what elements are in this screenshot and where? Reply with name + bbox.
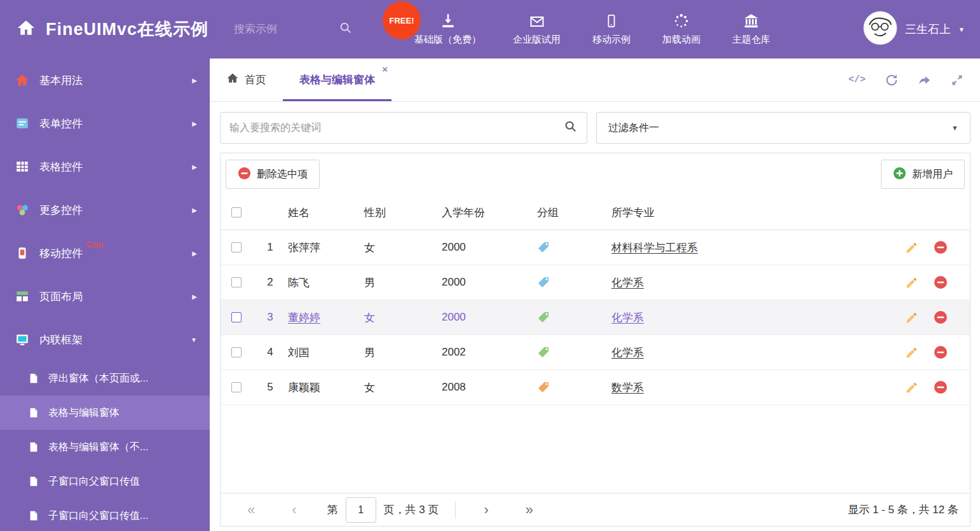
col-gender: 性别	[364, 205, 442, 220]
major-link[interactable]: 数学系	[611, 382, 644, 394]
delete-selected-button[interactable]: 删除选中项	[226, 160, 320, 189]
pagination-bar: « ‹ 第 页，共 3 页 › » 显示 1 - 5 条，共 12 条	[221, 493, 970, 526]
tab-label: 首页	[245, 72, 266, 87]
page-number-input[interactable]	[346, 497, 376, 523]
row-checkbox[interactable]	[231, 347, 242, 357]
refresh-icon[interactable]	[885, 73, 899, 87]
chevron-right-icon: ▶	[192, 120, 197, 127]
filter-dropdown-value: 过滤条件一	[608, 121, 659, 135]
last-page-button[interactable]: »	[526, 503, 533, 517]
first-page-button[interactable]: «	[247, 503, 255, 517]
header-search-input[interactable]	[234, 23, 339, 36]
row-checkbox[interactable]	[231, 312, 242, 322]
expand-icon[interactable]	[951, 74, 963, 86]
user-menu[interactable]: 三生石上 ▼	[863, 11, 980, 48]
sidebar-item-form-controls[interactable]: 表单控件 ▶	[0, 102, 210, 145]
delete-row-icon[interactable]	[934, 275, 948, 289]
code-icon[interactable]: </>	[848, 74, 866, 85]
file-icon	[28, 407, 39, 418]
spinner-icon	[673, 13, 690, 29]
forward-icon[interactable]	[918, 73, 932, 87]
sidebar-item-mobile-controls[interactable]: 移动控件 Corp. ▶	[0, 231, 210, 275]
table-row[interactable]: 4 刘国 男 2002 化学系	[221, 335, 970, 370]
nav-item-basic-free[interactable]: FREE! 基础版（免费）	[414, 13, 481, 46]
bank-icon	[742, 13, 760, 29]
delete-row-icon[interactable]	[934, 310, 948, 324]
chevron-down-icon: ▼	[958, 26, 965, 33]
edit-pencil-icon[interactable]	[905, 346, 918, 359]
delete-selected-label: 删除选中项	[257, 168, 308, 181]
search-icon[interactable]	[564, 120, 578, 136]
nav-item-label: 移动示例	[592, 34, 630, 46]
table-header-row: 姓名 性别 入学年份 分组 所学专业	[221, 195, 970, 230]
table-row[interactable]: 5 康颖颖 女 2008 数学系	[221, 370, 970, 405]
record-summary: 显示 1 - 5 条，共 12 条	[848, 502, 958, 517]
edit-pencil-icon[interactable]	[905, 241, 918, 254]
sidebar-subitem-label: 弹出窗体（本页面或...	[48, 372, 148, 385]
next-page-button[interactable]: ›	[484, 503, 488, 517]
header-search	[234, 21, 367, 38]
table-row[interactable]: 2 陈飞 男 2000 化学系	[221, 265, 970, 300]
free-badge: FREE!	[384, 3, 419, 38]
nav-item-label: 企业版试用	[513, 34, 561, 46]
nav-item-loading-animation[interactable]: 加载动画	[662, 13, 700, 46]
major-link[interactable]: 化学系	[611, 347, 644, 359]
cell-year: 2008	[442, 381, 537, 394]
tab-home[interactable]: 首页	[210, 59, 283, 101]
row-checkbox[interactable]	[231, 277, 242, 287]
major-link[interactable]: 化学系	[611, 277, 644, 289]
chevron-right-icon: ▶	[192, 77, 197, 84]
brand[interactable]: FineUIMvc在线示例	[0, 18, 208, 41]
close-icon[interactable]: ×	[382, 64, 388, 74]
nav-item-enterprise-trial[interactable]: 企业版试用	[513, 13, 561, 46]
nav-item-theme-store[interactable]: 主题仓库	[732, 13, 770, 46]
row-actions	[900, 310, 970, 324]
sidebar-subitem-child-to-parent[interactable]: 子窗口向父窗口传值	[0, 464, 210, 499]
row-actions	[900, 345, 970, 359]
major-link[interactable]: 化学系	[611, 312, 644, 324]
sidebar-subitem-grid-edit-window-2[interactable]: 表格与编辑窗体（不...	[0, 430, 210, 464]
tab-grid-edit-window[interactable]: 表格与编辑窗体 ×	[283, 59, 391, 101]
tag-icon[interactable]	[537, 311, 611, 324]
sidebar-subitem-popup-window[interactable]: 弹出窗体（本页面或...	[0, 361, 210, 396]
major-link[interactable]: 材料科学与工程系	[611, 242, 698, 254]
cell-name: 康颖颖	[288, 380, 364, 395]
frame-icon	[15, 333, 29, 347]
delete-row-icon[interactable]	[934, 380, 948, 394]
keyword-search-input[interactable]	[229, 122, 564, 134]
sidebar-item-more-controls[interactable]: 更多控件 ▶	[0, 188, 210, 231]
mobile-icon	[15, 246, 29, 260]
home-icon	[15, 73, 29, 87]
delete-row-icon[interactable]	[934, 345, 948, 359]
tag-icon[interactable]	[537, 241, 611, 254]
sidebar-item-inline-frame[interactable]: 内联框架 ▼	[0, 318, 210, 361]
nav-item-label: 主题仓库	[732, 34, 770, 46]
select-all-checkbox[interactable]	[231, 207, 242, 217]
sidebar: 基本用法 ▶ 表单控件 ▶ 表格控件 ▶ 更多控件 ▶ 移动控件 Corp. ▶…	[0, 59, 210, 531]
nav-item-mobile-demo[interactable]: 移动示例	[592, 13, 630, 46]
sidebar-item-basic-usage[interactable]: 基本用法 ▶	[0, 59, 210, 102]
add-user-button[interactable]: 新增用户	[881, 160, 965, 189]
table-row-selected[interactable]: 3 董婷婷 女 2000 化学系	[221, 300, 970, 335]
file-icon	[28, 373, 39, 384]
cell-year: 2000	[442, 311, 537, 324]
row-checkbox[interactable]	[231, 382, 242, 392]
table-row[interactable]: 1 张萍萍 女 2000 材料科学与工程系	[221, 230, 970, 265]
cell-year: 2002	[442, 346, 537, 359]
edit-pencil-icon[interactable]	[905, 276, 918, 289]
sidebar-subitem-child-to-parent-2[interactable]: 子窗口向父窗口传值...	[0, 499, 210, 531]
tag-icon[interactable]	[537, 276, 611, 289]
tag-icon[interactable]	[537, 346, 611, 359]
sidebar-item-page-layout[interactable]: 页面布局 ▶	[0, 275, 210, 318]
prev-page-button[interactable]: ‹	[292, 503, 296, 517]
sidebar-item-grid-controls[interactable]: 表格控件 ▶	[0, 145, 210, 188]
edit-pencil-icon[interactable]	[905, 311, 918, 324]
filter-dropdown[interactable]: 过滤条件一 ▼	[596, 112, 970, 144]
home-icon	[226, 72, 239, 88]
tag-icon[interactable]	[537, 381, 611, 394]
sidebar-subitem-grid-edit-window[interactable]: 表格与编辑窗体	[0, 396, 210, 430]
delete-row-icon[interactable]	[934, 240, 948, 254]
row-checkbox[interactable]	[231, 242, 242, 252]
edit-pencil-icon[interactable]	[905, 381, 918, 394]
search-icon[interactable]	[339, 21, 353, 38]
